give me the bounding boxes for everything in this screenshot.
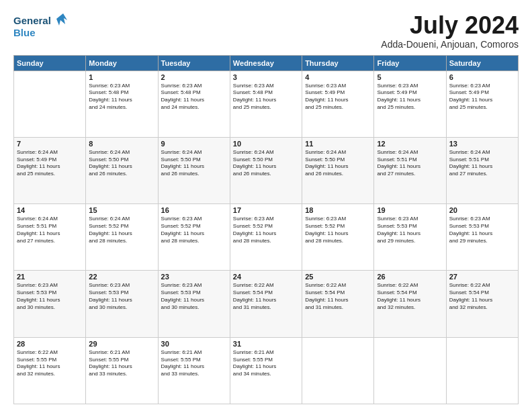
- day-info: Sunrise: 6:23 AM Sunset: 5:48 PM Dayligh…: [161, 83, 227, 111]
- calendar-cell: 2Sunrise: 6:23 AM Sunset: 5:48 PM Daylig…: [158, 71, 230, 137]
- calendar-cell: 11Sunrise: 6:24 AM Sunset: 5:50 PM Dayli…: [302, 137, 374, 203]
- day-info: Sunrise: 6:23 AM Sunset: 5:49 PM Dayligh…: [377, 83, 443, 111]
- calendar-cell: 15Sunrise: 6:24 AM Sunset: 5:52 PM Dayli…: [86, 204, 158, 271]
- day-number: 28: [17, 340, 83, 348]
- calendar-cell: 28Sunrise: 6:22 AM Sunset: 5:55 PM Dayli…: [14, 337, 86, 404]
- day-number: 30: [161, 340, 227, 348]
- day-number: 3: [233, 73, 299, 81]
- calendar-cell: 3Sunrise: 6:23 AM Sunset: 5:48 PM Daylig…: [230, 71, 302, 137]
- calendar-cell: 25Sunrise: 6:22 AM Sunset: 5:54 PM Dayli…: [302, 271, 374, 337]
- day-number: 31: [233, 340, 299, 348]
- day-number: 12: [377, 140, 443, 148]
- calendar-cell: 23Sunrise: 6:23 AM Sunset: 5:53 PM Dayli…: [158, 271, 230, 337]
- day-number: 21: [17, 273, 83, 281]
- calendar-cell: [14, 71, 86, 137]
- header-row: Sunday Monday Tuesday Wednesday Thursday…: [14, 55, 519, 71]
- day-info: Sunrise: 6:23 AM Sunset: 5:52 PM Dayligh…: [233, 216, 299, 244]
- header: General Blue July 2024 Adda-Doueni, Anjo…: [13, 12, 519, 50]
- day-number: 8: [89, 140, 154, 148]
- day-number: 27: [449, 273, 515, 281]
- calendar-cell: 29Sunrise: 6:21 AM Sunset: 5:55 PM Dayli…: [86, 337, 158, 404]
- calendar-week-4: 21Sunrise: 6:23 AM Sunset: 5:53 PM Dayli…: [14, 271, 519, 337]
- calendar-cell: 19Sunrise: 6:23 AM Sunset: 5:53 PM Dayli…: [374, 204, 446, 271]
- day-number: 19: [377, 206, 443, 214]
- svg-marker-2: [56, 13, 67, 26]
- calendar-cell: 5Sunrise: 6:23 AM Sunset: 5:49 PM Daylig…: [374, 71, 446, 137]
- day-info: Sunrise: 6:23 AM Sunset: 5:52 PM Dayligh…: [305, 216, 371, 244]
- day-info: Sunrise: 6:23 AM Sunset: 5:53 PM Dayligh…: [17, 282, 83, 311]
- day-number: 6: [449, 73, 515, 81]
- calendar-cell: 26Sunrise: 6:22 AM Sunset: 5:54 PM Dayli…: [374, 271, 446, 337]
- calendar-cell: 14Sunrise: 6:24 AM Sunset: 5:51 PM Dayli…: [14, 204, 86, 271]
- day-number: 2: [161, 73, 227, 81]
- day-number: 1: [89, 73, 154, 81]
- day-info: Sunrise: 6:23 AM Sunset: 5:53 PM Dayligh…: [377, 216, 443, 244]
- calendar-cell: 6Sunrise: 6:23 AM Sunset: 5:49 PM Daylig…: [446, 71, 518, 137]
- calendar-cell: 8Sunrise: 6:24 AM Sunset: 5:50 PM Daylig…: [86, 137, 158, 203]
- calendar-cell: 4Sunrise: 6:23 AM Sunset: 5:49 PM Daylig…: [302, 71, 374, 137]
- col-sunday: Sunday: [14, 55, 86, 71]
- day-info: Sunrise: 6:23 AM Sunset: 5:52 PM Dayligh…: [161, 216, 227, 244]
- svg-text:Blue: Blue: [13, 27, 36, 38]
- calendar-week-3: 14Sunrise: 6:24 AM Sunset: 5:51 PM Dayli…: [14, 204, 519, 271]
- day-info: Sunrise: 6:24 AM Sunset: 5:51 PM Dayligh…: [449, 149, 515, 178]
- day-info: Sunrise: 6:22 AM Sunset: 5:54 PM Dayligh…: [305, 282, 371, 311]
- day-number: 14: [17, 206, 83, 214]
- col-wednesday: Wednesday: [230, 55, 302, 71]
- calendar-week-1: 1Sunrise: 6:23 AM Sunset: 5:48 PM Daylig…: [14, 71, 519, 137]
- calendar-cell: [446, 337, 518, 404]
- day-info: Sunrise: 6:24 AM Sunset: 5:50 PM Dayligh…: [233, 149, 299, 178]
- day-info: Sunrise: 6:23 AM Sunset: 5:49 PM Dayligh…: [449, 83, 515, 111]
- day-number: 25: [305, 273, 371, 281]
- day-number: 4: [305, 73, 371, 81]
- day-info: Sunrise: 6:23 AM Sunset: 5:53 PM Dayligh…: [161, 282, 227, 311]
- day-info: Sunrise: 6:23 AM Sunset: 5:53 PM Dayligh…: [89, 282, 154, 311]
- location: Adda-Doueni, Anjouan, Comoros: [381, 39, 519, 50]
- day-number: 22: [89, 273, 154, 281]
- col-tuesday: Tuesday: [158, 55, 230, 71]
- day-info: Sunrise: 6:23 AM Sunset: 5:48 PM Dayligh…: [89, 83, 154, 111]
- calendar-cell: [374, 337, 446, 404]
- month-title: July 2024: [381, 12, 519, 39]
- day-number: 13: [449, 140, 515, 148]
- day-info: Sunrise: 6:21 AM Sunset: 5:55 PM Dayligh…: [233, 349, 299, 378]
- day-info: Sunrise: 6:23 AM Sunset: 5:49 PM Dayligh…: [305, 83, 371, 111]
- day-number: 23: [161, 273, 227, 281]
- day-number: 26: [377, 273, 443, 281]
- day-info: Sunrise: 6:23 AM Sunset: 5:53 PM Dayligh…: [449, 216, 515, 244]
- day-number: 16: [161, 206, 227, 214]
- page: General Blue July 2024 Adda-Doueni, Anjo…: [0, 0, 532, 411]
- day-info: Sunrise: 6:24 AM Sunset: 5:49 PM Dayligh…: [17, 149, 83, 178]
- calendar-cell: 9Sunrise: 6:24 AM Sunset: 5:50 PM Daylig…: [158, 137, 230, 203]
- logo: General Blue: [13, 12, 67, 42]
- day-number: 5: [377, 73, 443, 81]
- day-number: 24: [233, 273, 299, 281]
- calendar-cell: 7Sunrise: 6:24 AM Sunset: 5:49 PM Daylig…: [14, 137, 86, 203]
- day-number: 11: [305, 140, 371, 148]
- calendar-cell: 31Sunrise: 6:21 AM Sunset: 5:55 PM Dayli…: [230, 337, 302, 404]
- day-info: Sunrise: 6:24 AM Sunset: 5:50 PM Dayligh…: [305, 149, 371, 178]
- col-monday: Monday: [86, 55, 158, 71]
- day-number: 29: [89, 340, 154, 348]
- calendar-cell: 27Sunrise: 6:22 AM Sunset: 5:54 PM Dayli…: [446, 271, 518, 337]
- day-info: Sunrise: 6:22 AM Sunset: 5:55 PM Dayligh…: [17, 349, 83, 378]
- day-number: 18: [305, 206, 371, 214]
- day-info: Sunrise: 6:21 AM Sunset: 5:55 PM Dayligh…: [89, 349, 154, 378]
- calendar-cell: 12Sunrise: 6:24 AM Sunset: 5:51 PM Dayli…: [374, 137, 446, 203]
- day-number: 17: [233, 206, 299, 214]
- calendar-cell: 10Sunrise: 6:24 AM Sunset: 5:50 PM Dayli…: [230, 137, 302, 203]
- calendar-table: Sunday Monday Tuesday Wednesday Thursday…: [13, 55, 519, 404]
- calendar-cell: 13Sunrise: 6:24 AM Sunset: 5:51 PM Dayli…: [446, 137, 518, 203]
- calendar-week-5: 28Sunrise: 6:22 AM Sunset: 5:55 PM Dayli…: [14, 337, 519, 404]
- calendar-cell: 1Sunrise: 6:23 AM Sunset: 5:48 PM Daylig…: [86, 71, 158, 137]
- calendar-cell: 16Sunrise: 6:23 AM Sunset: 5:52 PM Dayli…: [158, 204, 230, 271]
- day-number: 15: [89, 206, 154, 214]
- calendar-cell: 21Sunrise: 6:23 AM Sunset: 5:53 PM Dayli…: [14, 271, 86, 337]
- col-friday: Friday: [374, 55, 446, 71]
- day-info: Sunrise: 6:22 AM Sunset: 5:54 PM Dayligh…: [449, 282, 515, 311]
- day-number: 7: [17, 140, 83, 148]
- day-info: Sunrise: 6:24 AM Sunset: 5:51 PM Dayligh…: [377, 149, 443, 178]
- day-number: 20: [449, 206, 515, 214]
- day-info: Sunrise: 6:22 AM Sunset: 5:54 PM Dayligh…: [233, 282, 299, 311]
- day-info: Sunrise: 6:24 AM Sunset: 5:50 PM Dayligh…: [161, 149, 227, 178]
